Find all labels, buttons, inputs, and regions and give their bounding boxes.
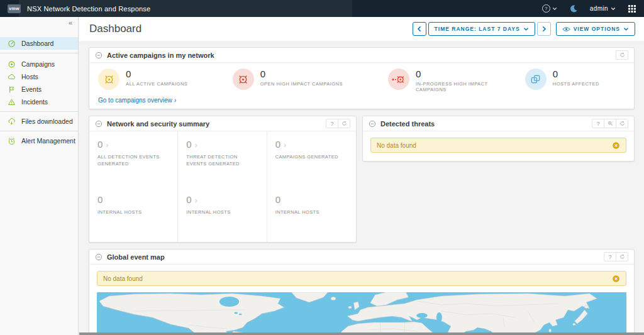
chevron-left-icon: [416, 26, 423, 32]
global-event-map-panel: Global event map ? No data found: [89, 249, 635, 335]
chevron-down-icon: [611, 6, 616, 11]
panel-title: Global event map: [107, 253, 165, 261]
zoom-button[interactable]: [604, 119, 616, 128]
eye-icon: [562, 26, 570, 32]
summary-cell: 0 INTERNAL HOSTS: [89, 187, 178, 242]
summary-cell[interactable]: 0› THREAT DETECTION EVENTS GENERATED: [178, 131, 267, 187]
refresh-button[interactable]: [338, 119, 350, 128]
no-data-alert: No data found: [370, 138, 626, 153]
dashboard-icon: [8, 40, 16, 48]
incidents-icon: [8, 98, 16, 106]
help-button[interactable]: ?: [326, 119, 338, 128]
chevron-right-icon: [541, 26, 547, 32]
help-button[interactable]: ?: [592, 119, 604, 128]
help-menu[interactable]: ?: [542, 4, 557, 13]
chevron-right-icon: ›: [106, 141, 108, 150]
page-title: Dashboard: [89, 23, 142, 35]
summary-cell[interactable]: 0› ALL DETECTION EVENTS GENERATED: [89, 131, 178, 187]
no-data-alert: No data found: [97, 271, 626, 286]
collapse-panel-icon[interactable]: [369, 120, 376, 128]
help-button[interactable]: ?: [604, 252, 616, 261]
dark-mode-moon-icon[interactable]: [569, 4, 578, 13]
sidebar-item-dashboard[interactable]: Dashboard: [0, 37, 78, 50]
target-icon: [237, 74, 249, 85]
stat-all-active-campaigns: 0 ALL ACTIVE CAMPAIGNS: [98, 69, 233, 92]
chevron-right-icon: ›: [284, 141, 286, 150]
user-name: admin: [590, 5, 608, 12]
campaigns-icon: [8, 60, 16, 69]
horizontal-scrollbar[interactable]: [79, 332, 644, 335]
hosts-icon: [8, 73, 16, 81]
close-icon[interactable]: [612, 141, 620, 150]
panel-title: Active campaigns in my network: [107, 52, 214, 59]
sidebar-divider: [0, 53, 78, 53]
chevron-right-icon: ›: [195, 141, 197, 150]
stat-hosts-affected: 0 HOSTS AFFECTED: [525, 69, 625, 92]
panel-title: Network and security summary: [107, 120, 209, 128]
refresh-button[interactable]: [616, 119, 628, 128]
chevron-right-icon: ›: [174, 96, 177, 104]
top-navigation-bar: vmw NSX Network Detection and Response ?…: [0, 0, 644, 17]
summary-cell: 0 INTERNAL HOSTS: [267, 187, 356, 242]
sidebar-collapse-icon[interactable]: «: [69, 19, 72, 27]
sidebar-item-hosts[interactable]: Hosts: [0, 70, 78, 83]
summary-cell[interactable]: 0› CAMPAIGNS GENERATED: [267, 131, 356, 187]
sidebar: « Dashboard Campaigns Hosts Events Incid…: [0, 17, 79, 335]
sidebar-divider: [0, 131, 78, 131]
main-content: Dashboard TIME RANGE: LAST 7 DAYS VIEW O…: [79, 17, 644, 335]
sidebar-item-incidents[interactable]: Incidents: [0, 96, 78, 108]
magnifier-plus-icon: [608, 121, 613, 126]
sidebar-item-files-downloaded[interactable]: Files downloaded: [0, 115, 78, 128]
user-menu[interactable]: admin: [590, 5, 616, 12]
go-to-campaigns-overview-link[interactable]: Go to campaigns overview ›: [89, 94, 634, 109]
vmware-logo[interactable]: vmw: [8, 4, 21, 13]
collapse-panel-icon[interactable]: [95, 120, 103, 128]
help-icon: ?: [542, 4, 550, 13]
sidebar-item-alert-management[interactable]: Alert Management: [0, 135, 78, 147]
refresh-button[interactable]: [616, 252, 628, 261]
events-icon: [8, 85, 16, 94]
chevron-down-icon: [552, 6, 557, 11]
refresh-button[interactable]: [616, 50, 628, 60]
network-security-summary-panel: Network and security summary ? 0› ALL DE…: [89, 116, 357, 243]
target-icon: [103, 74, 115, 85]
time-range-next-button[interactable]: [537, 22, 551, 36]
sidebar-item-campaigns[interactable]: Campaigns: [0, 58, 78, 70]
chevron-down-icon: [523, 26, 529, 32]
chevron-down-icon: [623, 26, 629, 32]
summary-cell[interactable]: 0› INTERNAL HOSTS: [178, 187, 267, 242]
stat-open-high-impact-campaigns: 0 OPEN HIGH IMPACT CAMPAIGNS: [233, 69, 388, 92]
time-range-dropdown[interactable]: TIME RANGE: LAST 7 DAYS: [428, 22, 535, 36]
close-icon[interactable]: [612, 275, 620, 283]
stat-in-progress-high-impact-campaigns: 0 IN-PROGRESS HIGH IMPACT CAMPAIGNS: [388, 69, 525, 92]
refresh-icon: [619, 254, 625, 260]
refresh-icon: [619, 121, 625, 126]
collapse-panel-icon[interactable]: [95, 253, 103, 261]
world-map[interactable]: [97, 292, 626, 335]
sidebar-item-events[interactable]: Events: [0, 83, 78, 96]
active-campaigns-panel: Active campaigns in my network 0 ALL ACT…: [89, 47, 635, 109]
files-downloaded-icon: [8, 118, 16, 126]
dots-target-icon: [391, 74, 406, 85]
detected-threats-panel: Detected threats ? No data found: [362, 116, 635, 162]
stacked-hosts-icon: [530, 74, 541, 85]
product-title: NSX Network Detection and Response: [27, 5, 150, 13]
view-options-dropdown[interactable]: VIEW OPTIONS: [556, 22, 635, 36]
app-switcher-grid-icon[interactable]: [628, 4, 636, 13]
refresh-icon: [341, 121, 347, 126]
panel-title: Detected threats: [380, 120, 435, 128]
chevron-right-icon: ›: [195, 196, 197, 205]
collapse-panel-icon[interactable]: [95, 52, 103, 59]
alert-management-icon: [8, 137, 16, 145]
sidebar-divider: [0, 111, 78, 112]
time-range-prev-button[interactable]: [413, 22, 426, 36]
refresh-icon: [619, 52, 625, 58]
